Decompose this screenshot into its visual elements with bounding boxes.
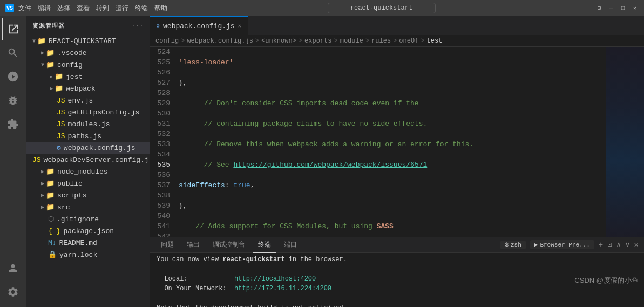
code-line-527: // containing package claims to have no … bbox=[179, 119, 606, 129]
tree-item-label: scripts bbox=[57, 192, 87, 200]
breadcrumb-test[interactable]: test bbox=[427, 37, 443, 45]
tree-item-webpack-config[interactable]: ⚙ webpack.config.js bbox=[26, 142, 150, 154]
breadcrumb-file[interactable]: webpack.config.js bbox=[187, 37, 253, 45]
tree-item-scripts[interactable]: ▶ 📁 scripts bbox=[26, 189, 150, 201]
tab-icon: ⚙ bbox=[157, 23, 160, 29]
tree-item-gitignore[interactable]: ⬡ .gitignore bbox=[26, 213, 150, 225]
menu-goto[interactable]: 转到 bbox=[96, 4, 109, 13]
panel-tab-debug[interactable]: 调试控制台 bbox=[207, 237, 250, 253]
activity-git[interactable] bbox=[2, 66, 24, 87]
tree-item-jest[interactable]: ▶ 📁 jest bbox=[26, 71, 150, 83]
panel-chevron-down[interactable]: ∨ bbox=[625, 240, 629, 249]
breadcrumb-sep7: > bbox=[421, 37, 424, 45]
line-num: 526 bbox=[150, 67, 170, 78]
breadcrumb-rules[interactable]: rules bbox=[371, 37, 391, 45]
menu-file[interactable]: 文件 bbox=[18, 4, 31, 13]
tree-item-config[interactable]: ▼ 📁 config bbox=[26, 59, 150, 71]
tree-item-label: src bbox=[57, 203, 70, 212]
tree-item-label: README.md bbox=[59, 239, 97, 247]
activity-extensions[interactable] bbox=[2, 113, 24, 135]
panel-tab-output[interactable]: 输出 bbox=[181, 237, 205, 253]
menu-help[interactable]: 帮助 bbox=[154, 4, 167, 13]
sidebar-more-button[interactable]: ··· bbox=[132, 23, 144, 29]
sidebar-header: 资源管理器 ··· bbox=[26, 16, 150, 35]
tree-item-webpackdev[interactable]: JS webpackDevServer.config.js bbox=[26, 154, 150, 166]
search-bar[interactable]: react-quickstart bbox=[328, 3, 436, 13]
window-split[interactable]: ⊡ bbox=[595, 4, 603, 12]
breadcrumb-exports[interactable]: exports bbox=[304, 37, 331, 45]
line-num: 529 bbox=[150, 98, 170, 108]
panel-chevron-up[interactable]: ∧ bbox=[616, 240, 621, 249]
tree-root[interactable]: ▼ 📁 REACT-QUICKSTART bbox=[26, 35, 150, 47]
terminal-panel: 问题 输出 调试控制台 终端 端口 $ zsh bbox=[150, 237, 644, 307]
line-num: 542 bbox=[150, 231, 170, 237]
code-editor[interactable]: 'less-loader' }, // Don't consider CSS i… bbox=[174, 47, 606, 237]
breadcrumb-oneof[interactable]: oneOf bbox=[399, 37, 418, 45]
menu-edit[interactable]: 编辑 bbox=[38, 4, 51, 13]
code-line-530: sideEffects: true, bbox=[179, 180, 606, 190]
tree-item-packagejson[interactable]: { } package.json bbox=[26, 225, 150, 237]
app-logo: VS bbox=[5, 4, 14, 12]
tree-item-modules[interactable]: JS modules.js bbox=[26, 118, 150, 130]
menu-bar[interactable]: 文件 编辑 选择 查看 转到 运行 终端 帮助 bbox=[18, 4, 167, 13]
tree-item-nodemodules[interactable]: ▶ 📁 node_modules bbox=[26, 166, 150, 178]
menu-run[interactable]: 运行 bbox=[116, 4, 128, 13]
terminal-shell-label[interactable]: $ zsh bbox=[500, 241, 525, 249]
window-close[interactable]: ✕ bbox=[631, 4, 639, 12]
tree-item-envjs[interactable]: JS env.js bbox=[26, 94, 150, 106]
activity-settings[interactable] bbox=[2, 281, 24, 303]
tree-item-gethttps[interactable]: JS getHttpsConfig.js bbox=[26, 106, 150, 118]
panel-tab-terminal[interactable]: 终端 bbox=[253, 237, 276, 253]
panel-tab-ports[interactable]: 端口 bbox=[279, 237, 302, 253]
window-maximize[interactable]: □ bbox=[619, 4, 627, 12]
line-num: 539 bbox=[150, 201, 170, 211]
tree-root-label: REACT-QUICKSTART bbox=[49, 37, 116, 45]
menu-view[interactable]: 查看 bbox=[77, 4, 90, 13]
term-line-1: You can now view react-quickstart in the… bbox=[157, 255, 638, 264]
tree-item-vscode[interactable]: ▶ 📁 .vscode bbox=[26, 47, 150, 59]
tree-item-label: yarn.lock bbox=[59, 251, 97, 259]
term-line-2 bbox=[157, 264, 638, 274]
breadcrumb-sep5: > bbox=[365, 37, 369, 45]
term-line-network: On Your Network: http://172.16.11.224:42… bbox=[157, 284, 638, 294]
term-line-3 bbox=[157, 294, 638, 303]
breadcrumb-module[interactable]: module bbox=[340, 37, 363, 45]
panel-tabs: 问题 输出 调试控制台 终端 端口 $ zsh bbox=[150, 237, 644, 253]
tree-item-yarnlock[interactable]: 🔒 yarn.lock bbox=[26, 249, 150, 261]
sidebar-title: 资源管理器 bbox=[32, 22, 64, 30]
activity-debug[interactable] bbox=[2, 90, 24, 111]
tree-item-src[interactable]: ▶ 📁 src bbox=[26, 201, 150, 213]
breadcrumb-sep1: > bbox=[181, 37, 185, 45]
line-num: 533 bbox=[150, 139, 170, 149]
tree-item-label: .vscode bbox=[57, 49, 87, 57]
breadcrumb-sep4: > bbox=[334, 37, 337, 45]
tree-item-public[interactable]: ▶ 📁 public bbox=[26, 178, 150, 189]
line-num: 530 bbox=[150, 108, 170, 119]
breadcrumb-unknown[interactable]: <unknown> bbox=[261, 37, 296, 45]
activity-explorer[interactable] bbox=[2, 18, 24, 40]
panel-add-button[interactable]: + bbox=[599, 241, 603, 249]
breadcrumb-config[interactable]: config bbox=[155, 37, 179, 45]
terminal-browser-label[interactable]: ▶ Browser Pre... bbox=[530, 240, 594, 249]
tree-item-webpack[interactable]: ▶ 📁 webpack bbox=[26, 83, 150, 94]
tree-item-readme[interactable]: M↓ README.md bbox=[26, 237, 150, 249]
menu-terminal[interactable]: 终端 bbox=[135, 4, 148, 13]
breadcrumb-sep3: > bbox=[299, 37, 302, 45]
tree-item-paths[interactable]: JS paths.js bbox=[26, 130, 150, 142]
menu-select[interactable]: 选择 bbox=[57, 4, 70, 13]
terminal-content[interactable]: You can now view react-quickstart in the… bbox=[150, 253, 644, 307]
panel-close-button[interactable]: ✕ bbox=[634, 240, 639, 249]
main-layout: 资源管理器 ··· ▼ 📁 REACT-QUICKSTART ▶ 📁 .vsco… bbox=[0, 16, 644, 307]
tree-item-label: webpack.config.js bbox=[64, 144, 135, 152]
editor-tab-webpack[interactable]: ⚙ webpack.config.js ✕ bbox=[150, 16, 248, 35]
panel-tab-problems[interactable]: 问题 bbox=[155, 237, 179, 253]
term-line-4: Note that the development build is not o… bbox=[157, 303, 638, 307]
activity-search[interactable] bbox=[2, 42, 24, 64]
tree-item-label: getHttpsConfig.js bbox=[68, 108, 140, 117]
panel-split-button[interactable]: ⊡ bbox=[607, 240, 612, 249]
tab-close-button[interactable]: ✕ bbox=[238, 23, 241, 29]
window-minimize[interactable]: ─ bbox=[607, 4, 615, 12]
browser-icon: ▶ bbox=[534, 241, 538, 248]
activity-account[interactable] bbox=[2, 257, 24, 279]
breadcrumb: config > webpack.config.js > <unknown> >… bbox=[150, 35, 644, 47]
